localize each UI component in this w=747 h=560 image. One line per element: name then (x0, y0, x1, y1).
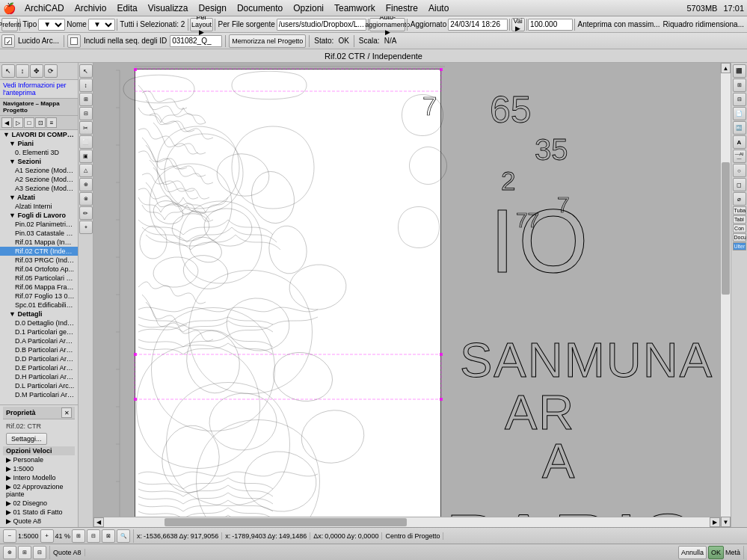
menu-opzioni[interactable]: Opzioni (289, 1, 328, 15)
zoom-btn3[interactable]: ⊠ (102, 529, 115, 543)
right-tool-circle[interactable]: ○ (733, 164, 746, 177)
select-tool[interactable]: ↖ (1, 64, 15, 78)
nav-a2[interactable]: A2 Sezione (Model... (0, 175, 78, 184)
right-tool-3[interactable]: ⊟ (733, 93, 746, 106)
resize-tool[interactable]: ↕ (16, 64, 29, 78)
nav-dh[interactable]: D.H Particolari Are... (0, 372, 78, 381)
file-path-input[interactable] (277, 19, 366, 31)
annulla-button[interactable]: Annulla (678, 546, 707, 559)
canvas-area[interactable]: IO SANMUNA AR A PARIS 65 35 2 7 77 81 7 (93, 63, 731, 527)
nav-rif04[interactable]: Rif.04 Ortofoto Ap... (0, 265, 78, 274)
prop-item-4[interactable]: ▶ 02 Approvazione piante (3, 482, 75, 499)
settaggi-button[interactable]: Settaggi... (6, 433, 47, 445)
snap-btn2[interactable]: ⊞ (18, 546, 31, 559)
menu-design[interactable]: Design (194, 1, 231, 15)
nav-btn-2[interactable]: ▷ (13, 117, 23, 128)
zoom-in-btn[interactable]: + (40, 529, 54, 543)
fit-btn[interactable]: ⊞ (72, 529, 85, 543)
tool-7[interactable]: ▣ (79, 150, 93, 163)
nav-pin02[interactable]: Pin.02 Planimetrie... (0, 220, 78, 229)
zoom-btn4[interactable]: 🔍 (117, 529, 130, 543)
nav-alzati-group[interactable]: ▼ Alzati (0, 193, 78, 202)
scroll-track[interactable] (721, 73, 731, 517)
tool-10[interactable]: ⊗ (79, 192, 93, 206)
nav-rif07[interactable]: Rif.07 Foglio 13 0r... (0, 292, 78, 301)
menu-edita[interactable]: Edita (112, 1, 141, 15)
lucido-button[interactable] (1, 34, 15, 48)
scroll-left-button[interactable]: ◀ (93, 517, 104, 527)
tool-2[interactable]: ↕ (79, 79, 93, 92)
zoom-out-btn[interactable]: − (3, 529, 16, 543)
scroll-up-button[interactable]: ▲ (721, 63, 731, 73)
memorizza-button[interactable]: Memorizza nel Progetto (229, 34, 306, 48)
hscroll-track[interactable] (104, 517, 710, 527)
scroll-right-button[interactable]: ▶ (710, 517, 720, 527)
tool-3[interactable]: ⊞ (79, 93, 93, 106)
ok-button[interactable]: OK (708, 546, 724, 559)
nav-de[interactable]: D.E Particolari Are... (0, 363, 78, 372)
right-tool-a[interactable]: A (733, 135, 746, 149)
nav-btn-3[interactable]: □ (24, 117, 34, 128)
hscroll-thumb[interactable] (165, 518, 407, 526)
tool-12[interactable]: ⌖ (79, 221, 93, 234)
nav-dm[interactable]: D.M Particolari Arc... (0, 390, 78, 399)
nav-dettagli-group[interactable]: ▼ Dettagli (0, 310, 78, 319)
nav-dl[interactable]: D.L Particolari Arc... (0, 381, 78, 390)
menu-finestre[interactable]: Finestre (381, 1, 422, 15)
zoom-btn2[interactable]: ⊟ (87, 529, 100, 543)
right-tool-rect[interactable]: ◻ (733, 178, 746, 191)
nav-btn-4[interactable]: ⊡ (35, 117, 46, 128)
nav-btn-5[interactable]: ≡ (46, 117, 57, 128)
nav-rif05[interactable]: Rif.05 Particolari (I... (0, 274, 78, 283)
prop-item-6[interactable]: ▶ 01 Stato di Fatto (3, 508, 75, 517)
right-tool-dia[interactable]: ⌀ (733, 192, 746, 206)
file-id-input[interactable] (170, 35, 222, 47)
nav-pin03[interactable]: Pin.03 Catastale (I... (0, 229, 78, 238)
nav-lavori-group[interactable]: ▼ LAVORI DI COMPLETAME... (0, 130, 78, 139)
auto-update-button[interactable]: Auto-aggiornamento ▶ (369, 18, 405, 31)
vai-button[interactable]: Vai ▶ (511, 18, 525, 31)
right-tool-ai[interactable]: —AI— (733, 150, 746, 163)
vertical-scrollbar[interactable]: ▲ ▼ (720, 63, 731, 527)
scale-input[interactable] (528, 19, 573, 31)
scroll-thumb[interactable] (722, 162, 730, 295)
tool-select[interactable]: ↖ (79, 64, 93, 78)
prop-item-3[interactable]: ▶ Intero Modello (3, 473, 75, 482)
preferiti-button[interactable]: Preferiti (1, 18, 18, 31)
prop-item-1[interactable]: ▶ Personale (3, 455, 75, 464)
menu-teamwork[interactable]: Teamwork (330, 1, 380, 15)
nav-rif02[interactable]: Rif.02 CTR (Indep... (0, 247, 78, 256)
right-tool-5[interactable]: 🔤 (733, 121, 746, 135)
nav-spc01[interactable]: Spc.01 Edificabilità... (0, 301, 78, 310)
apple-icon[interactable]: 🍎 (3, 2, 16, 14)
nav-rif01[interactable]: Rif.01 Mappa (Inde... (0, 238, 78, 247)
menu-visualizza[interactable]: Visualizza (144, 1, 193, 15)
nav-alzati-interni[interactable]: Alzati Interni (0, 202, 78, 211)
right-tool-tabl[interactable]: Tabl (733, 215, 746, 224)
nome-dropdown[interactable]: ▼ (88, 19, 115, 31)
right-tool-ulter[interactable]: Ulter (733, 242, 746, 250)
tool-4[interactable]: ⊟ (79, 107, 93, 120)
tool-11[interactable]: ✏ (79, 206, 93, 220)
move-tool[interactable]: ✥ (30, 64, 43, 78)
nav-rif03[interactable]: Rif.03 PRGC (Indep... (0, 256, 78, 265)
props-close-btn[interactable]: ✕ (61, 407, 72, 418)
nav-sezioni-group[interactable]: ▼ Sezioni (0, 157, 78, 166)
menu-aiuto[interactable]: Aiuto (424, 1, 453, 15)
right-tool-con[interactable]: Con (733, 224, 746, 233)
snap-btn3[interactable]: ⊟ (33, 546, 46, 559)
menu-archivio[interactable]: Archivio (70, 1, 111, 15)
nav-rif06[interactable]: Rif.06 Mappa Fran... (0, 283, 78, 292)
nav-item-0[interactable]: 0. Elementi 3D (0, 148, 78, 157)
right-tool-tuba[interactable]: Tuba (733, 206, 746, 215)
lucido-checkbox[interactable] (4, 37, 12, 45)
tool-9[interactable]: ⊕ (79, 178, 93, 191)
right-tool-4[interactable]: 📄 (733, 107, 746, 120)
nav-d0[interactable]: D.0 Dettaglio (Inde... (0, 319, 78, 327)
nav-btn-1[interactable]: ◀ (1, 117, 12, 128)
tool-6[interactable]: ⬜ (79, 135, 93, 149)
menu-documento[interactable]: Documento (233, 1, 287, 15)
right-tool-2[interactable]: ⊞ (733, 79, 746, 92)
includi-button[interactable] (67, 34, 81, 48)
prop-item-5[interactable]: ▶ 02 Disegno (3, 499, 75, 508)
